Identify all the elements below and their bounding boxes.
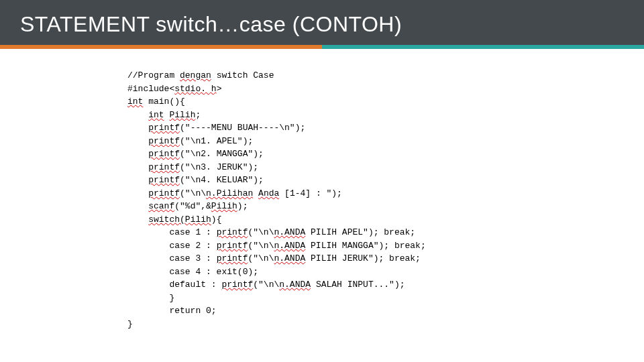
- accent-bar-teal: [322, 45, 644, 49]
- slide-title: STATEMENT switch…case (CONTOH): [20, 12, 624, 37]
- slide-header: STATEMENT switch…case (CONTOH): [0, 0, 644, 45]
- accent-bar-orange: [0, 45, 322, 49]
- code-example: //Program dengan switch Case #include<st…: [127, 69, 644, 330]
- accent-bar: [0, 45, 644, 49]
- slide-content: //Program dengan switch Case #include<st…: [0, 49, 644, 330]
